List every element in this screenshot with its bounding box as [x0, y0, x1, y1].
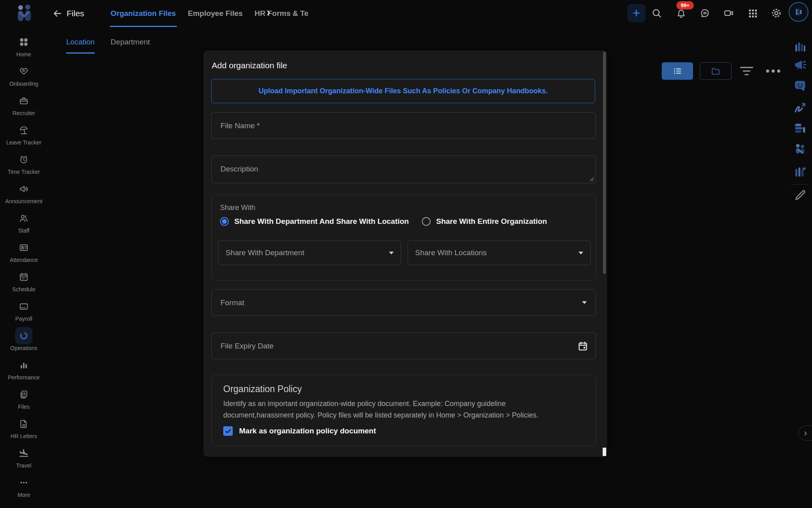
upload-banner-text: Upload Important Organization-Wide Files… [259, 87, 548, 95]
rail-divider [791, 184, 809, 185]
dialog-title: Add organization file [212, 61, 287, 70]
folder-view-button[interactable] [700, 62, 732, 80]
settings-gear-icon[interactable] [771, 8, 782, 19]
list-view-button[interactable] [662, 62, 693, 80]
description-input[interactable] [211, 156, 596, 183]
sidebar-item-payroll[interactable]: Payroll [0, 298, 48, 322]
bars-check-icon[interactable] [793, 165, 807, 179]
sidebar-item-onboarding[interactable]: Onboarding [0, 63, 48, 87]
sidebar-item-home[interactable]: Home [0, 33, 48, 58]
ellipsis-icon [15, 474, 33, 491]
notifications-bell-icon[interactable] [676, 8, 687, 19]
file-name-input[interactable] [211, 112, 596, 139]
checkbox-checked-icon[interactable] [223, 426, 233, 436]
radio-label: Share With Entire Organization [436, 217, 547, 226]
sidebar-item-label: Home [16, 52, 31, 58]
share-with-department-dropdown[interactable]: Share With Department [218, 241, 401, 265]
sidebar-item-files[interactable]: Files [0, 386, 48, 410]
dropdown-placeholder: Share With Department [226, 248, 304, 257]
back-arrow-icon[interactable] [52, 8, 63, 19]
sidebar-item-label: Recruiter [13, 110, 35, 116]
people-icon [15, 210, 33, 227]
format-dropdown[interactable]: Format [211, 289, 596, 316]
sidebar-item-label: Schedule [12, 287, 35, 292]
policy-description: Identify as an important organization-wi… [223, 398, 556, 421]
sidebar-item-label: Files [18, 404, 30, 410]
sidebar-item-hr-letters[interactable]: HR Letters [0, 415, 48, 439]
caret-down-icon [582, 301, 587, 304]
handshake-icon [15, 63, 33, 80]
sidebar-item-time-tracker[interactable]: Time Tracker [0, 151, 48, 175]
sidebar-item-travel[interactable]: Travel [0, 444, 48, 469]
radio-share-department-location[interactable]: Share With Department And Share With Loc… [220, 217, 409, 226]
signature-icon[interactable] [793, 101, 807, 115]
sidebar-item-staff[interactable]: Staff [0, 210, 48, 234]
sidebar-item-label: Announcement [5, 198, 42, 204]
sidebar-item-leave-tracker[interactable]: Leave Tracker [0, 121, 48, 146]
left-sidebar: Home Onboarding Recruiter Leave Tracker [0, 33, 48, 498]
tab-organization-files[interactable]: Organization Files [110, 0, 177, 27]
alarm-clock-icon [15, 151, 33, 168]
sidebar-item-attendance[interactable]: Attendance [0, 239, 48, 263]
documents-icon [15, 386, 33, 403]
sidebar-item-recruiter[interactable]: Recruiter [0, 92, 48, 116]
dialog-scrollbar-end[interactable] [603, 448, 606, 456]
policy-checkbox-row[interactable]: Mark as organization policy document [223, 426, 376, 436]
date-placeholder: File Expiry Date [220, 342, 274, 350]
tabs-scroll-right-icon[interactable]: › [266, 5, 270, 19]
caret-down-icon [578, 252, 583, 254]
add-button[interactable]: + [627, 4, 645, 22]
resize-handle-icon[interactable] [590, 177, 594, 181]
tab-location[interactable]: Location [66, 38, 95, 54]
caret-down-icon [389, 252, 394, 254]
calendar-icon[interactable] [577, 341, 588, 352]
chat-icon[interactable] [699, 8, 710, 19]
sidebar-item-label: Performance [8, 375, 40, 381]
sidebar-item-schedule[interactable]: Schedule [0, 268, 48, 292]
tab-hr-forms[interactable]: HR Forms & Te [254, 0, 309, 27]
beach-umbrella-icon [15, 121, 33, 139]
speaker-icon [15, 180, 33, 198]
bar-chart-icon [15, 356, 33, 374]
top-bar: Files Organization Files Employee Files … [0, 0, 812, 27]
radio-unselected-icon [422, 217, 431, 226]
sidebar-item-performance[interactable]: Performance [0, 356, 48, 381]
share-with-locations-dropdown[interactable]: Share With Locations [408, 241, 591, 265]
credit-card-icon [15, 298, 33, 315]
sidebar-item-label: HR Letters [11, 433, 37, 439]
expand-panel-chevron[interactable]: › [799, 425, 812, 441]
sub-tabs: Location Department [66, 38, 150, 54]
share-with-group: Share With Share With Department And Sha… [211, 194, 596, 281]
chat-bot-icon[interactable] [793, 78, 807, 92]
more-options-icon[interactable] [766, 69, 780, 73]
briefcase-icon [15, 92, 33, 110]
tab-employee-files[interactable]: Employee Files [187, 0, 243, 27]
document-icon [15, 415, 33, 433]
profile-avatar[interactable] [789, 2, 808, 22]
notification-count-badge: 99+ [676, 1, 694, 10]
task-rows-icon[interactable] [793, 121, 807, 135]
dropdown-placeholder: Share With Locations [415, 248, 487, 257]
organization-policy-group: Organization Policy Identify as an impor… [211, 375, 596, 446]
video-meeting-icon[interactable] [723, 8, 734, 19]
search-icon[interactable] [651, 8, 662, 19]
policy-checkbox-label: Mark as organization policy document [239, 427, 376, 435]
dialog-scrollbar-thumb[interactable] [603, 52, 606, 274]
apps-grid-icon[interactable] [747, 8, 758, 19]
analytics-bars-icon[interactable] [793, 40, 807, 54]
radio-share-entire-organization[interactable]: Share With Entire Organization [422, 217, 547, 226]
people-pair-icon[interactable] [793, 142, 807, 156]
app-logo-icon [14, 3, 34, 23]
sidebar-item-operations[interactable]: Operations [0, 327, 48, 351]
file-expiry-date-field[interactable]: File Expiry Date [211, 333, 596, 359]
radio-selected-icon [220, 217, 229, 226]
tab-department[interactable]: Department [111, 38, 150, 54]
filter-icon[interactable] [740, 65, 753, 77]
edit-pencil-icon[interactable] [793, 188, 807, 202]
sidebar-item-announcement[interactable]: Announcement [0, 180, 48, 204]
share-with-label: Share With [220, 204, 255, 212]
upload-file-banner[interactable]: Upload Important Organization-Wide Files… [211, 79, 595, 103]
page-title: Files [67, 9, 84, 18]
sidebar-item-more[interactable]: More [0, 474, 48, 498]
megaphone-icon[interactable] [793, 58, 807, 72]
